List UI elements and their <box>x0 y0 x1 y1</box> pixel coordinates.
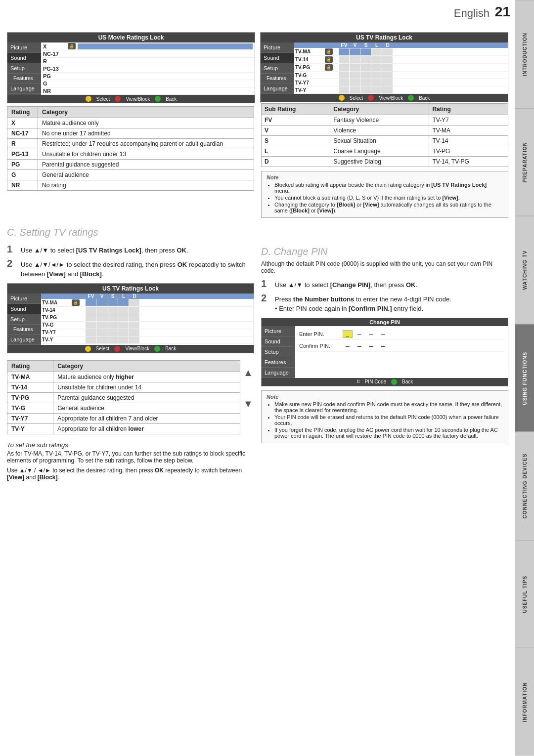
tv-cell-y7-v <box>350 79 360 86</box>
movie-rating-nr[interactable]: NR <box>41 87 255 95</box>
tab-useful-tips[interactable]: USEFUL TIPS <box>515 540 534 648</box>
movie-rating-pg[interactable]: PG <box>41 73 255 80</box>
tab-using-functions[interactable]: USING FUNCTIONS <box>515 324 534 432</box>
movie-rating-pg13[interactable]: PG-13 <box>41 65 255 73</box>
section-d-col: D. Change PIN Although the default PIN c… <box>261 241 508 481</box>
tv-row-y[interactable]: TV-Y <box>294 86 508 94</box>
tv-row-pg[interactable]: TV-PG 🔒 <box>294 64 508 72</box>
tab-watching-tv[interactable]: WATCHING TV <box>515 216 534 324</box>
pin-note-list: Make sure new PIN code and confirm PIN c… <box>267 401 503 439</box>
mid-cell-ma-s <box>107 299 118 306</box>
step-d-1-bold: [Change PIN] <box>330 281 371 289</box>
step-d-1-ok: OK <box>406 281 416 289</box>
mid-tv-menu-language[interactable]: Language <box>7 335 41 345</box>
pin-menu-sound[interactable]: Sound <box>262 336 295 347</box>
tv-menu-sound[interactable]: Sound <box>261 53 294 63</box>
tv-row-ma-icon: 🔒 <box>319 48 339 55</box>
arrow-down-icon: ▼ <box>243 398 253 410</box>
tab-information[interactable]: INFORMATION <box>515 648 534 756</box>
movie-menu-language[interactable]: Language <box>7 84 41 94</box>
tv-cell-ma-d <box>382 48 393 55</box>
pin-menu-setup[interactable]: Setup <box>262 347 295 357</box>
tv-cell-y-s <box>360 86 371 93</box>
bar-pg <box>70 73 253 79</box>
tv-menu-picture[interactable]: Picture <box>261 42 294 53</box>
movie-rating-nc17[interactable]: NC-17 <box>41 50 255 58</box>
step-d-2-sub: • Enter PIN code again in [Confirm PIN.]… <box>275 305 423 312</box>
sub-row-l: L Coarse Language TV-PG <box>262 146 508 157</box>
pin-confirm-label: Confirm PIN. <box>299 343 339 349</box>
step-c-2-text: Use ▲/▼/◄/► to select the desired rating… <box>21 258 254 279</box>
pin-panel: Change PIN Picture Sound Setup Features … <box>261 318 508 386</box>
movie-rating-r[interactable]: R <box>41 58 255 65</box>
tv-menu-features[interactable]: Features <box>261 74 294 84</box>
back-label: Back <box>166 96 177 102</box>
sub-row-s: S Sexual Situation TV-14 <box>262 136 508 146</box>
pin-note-box: Note Make sure new PIN code and confirm … <box>261 390 508 443</box>
movie-rating-x-cat: Mature audience only <box>38 118 254 128</box>
mid-tv-row-y7[interactable]: TV-Y7 <box>41 329 254 336</box>
movie-rating-table-col: Rating Category X Mature audience only N… <box>7 103 254 222</box>
tv-row-14[interactable]: TV-14 🔒 <box>294 56 508 64</box>
mid-tv-menu-features[interactable]: Features <box>7 325 41 335</box>
tv-col-s: S <box>360 42 371 48</box>
tv-grid: FV V S L D TV-MA 🔒 <box>294 42 508 94</box>
mid-row-g-label: TV-G <box>41 322 66 328</box>
tv-menu-language[interactable]: Language <box>261 84 294 94</box>
sub-v-rating: TV-MA <box>429 126 508 136</box>
movie-menu-picture[interactable]: Picture <box>7 42 41 53</box>
tv-row-pg: TV-PG Parental guidance suggested <box>7 392 240 403</box>
mid-cell-ma-l <box>118 299 129 306</box>
movie-rating-g-cat: General audience <box>38 170 254 180</box>
viewblock-btn-icon <box>115 96 121 102</box>
mid-tv-row-pg[interactable]: TV-PG <box>41 314 254 322</box>
tv-row-y7[interactable]: TV-Y7 <box>294 79 508 86</box>
mid-tv-row-14[interactable]: TV-14 <box>41 307 254 314</box>
mid-tv-menu-setup[interactable]: Setup <box>7 314 41 325</box>
tab-connecting-devices[interactable]: CONNECTING DEVICES <box>515 432 534 540</box>
movie-menu-setup[interactable]: Setup <box>7 63 41 74</box>
movie-rating-g[interactable]: G <box>41 80 255 87</box>
movie-rating-pg-cat: Parental guidance suggested <box>38 160 254 170</box>
step-c-2: 2 Use ▲/▼/◄/► to select the desired rati… <box>7 258 254 279</box>
mid-tv-row-y[interactable]: TV-Y <box>41 336 254 344</box>
tv-cell-y7-fv <box>339 79 350 86</box>
mid-cell-y-s <box>107 336 118 343</box>
tab-introduction[interactable]: INTRODUCTION <box>515 0 534 108</box>
tv-row-pg-cat: Parental guidance suggested <box>53 392 240 403</box>
mid-cell-g-v <box>96 322 107 329</box>
pin-back-label: Back <box>402 379 413 384</box>
tv-row-ma[interactable]: TV-MA 🔒 <box>294 48 508 56</box>
tv-cell-y-fv <box>339 86 350 93</box>
sub-row-d: D Suggestive Dialog TV-14, TV-PG <box>262 157 508 167</box>
tv-row-g-cat: General audience <box>53 403 240 413</box>
mid-tv-row-g[interactable]: TV-G <box>41 322 254 329</box>
tv-cell-14-s <box>360 56 371 63</box>
tab-preparation[interactable]: PREPARATION <box>515 108 534 216</box>
mid-cell-y7-s <box>107 329 118 336</box>
pin-menu-features[interactable]: Features <box>262 357 295 368</box>
mid-cell-g-d <box>129 322 140 329</box>
movie-menu-features[interactable]: Features <box>7 74 41 84</box>
pin-menu-language[interactable]: Language <box>262 368 295 378</box>
tv-row-g[interactable]: TV-G <box>294 72 508 79</box>
movie-rating-nr-code: NR <box>7 180 38 191</box>
mid-tv-row-ma[interactable]: TV-MA 🔒 <box>41 299 254 307</box>
pin-enter-row: Enter PIN. _ – – – <box>299 330 504 340</box>
movie-rating-x[interactable]: X 🔒 <box>41 42 255 50</box>
step-d-1-text: Use ▲/▼ to select [Change PIN], then pre… <box>275 278 417 290</box>
bar-x <box>78 43 253 49</box>
tv-row-y-code: TV-Y <box>7 423 53 434</box>
rating-code-nr: NR <box>43 88 68 94</box>
tv-menu-setup[interactable]: Setup <box>261 63 294 74</box>
movie-menu-sound[interactable]: Sound <box>7 53 41 63</box>
mid-tv-menu-sound[interactable]: Sound <box>7 304 41 314</box>
sub-fv-cat: Fantasy Violence <box>330 115 429 126</box>
mid-tv-menu-picture[interactable]: Picture <box>7 294 41 304</box>
pin-menu-picture[interactable]: Picture <box>262 326 295 336</box>
tv-row-y7-cat: Appropriate for all children 7 and older <box>53 413 240 423</box>
movie-lock-body: Picture Sound Setup Features Language X … <box>7 42 255 95</box>
tv-select-icon <box>339 95 345 101</box>
tv-row-y-cat: Appropriate for all children lower <box>53 423 240 434</box>
mid-col-s: S <box>107 294 118 299</box>
